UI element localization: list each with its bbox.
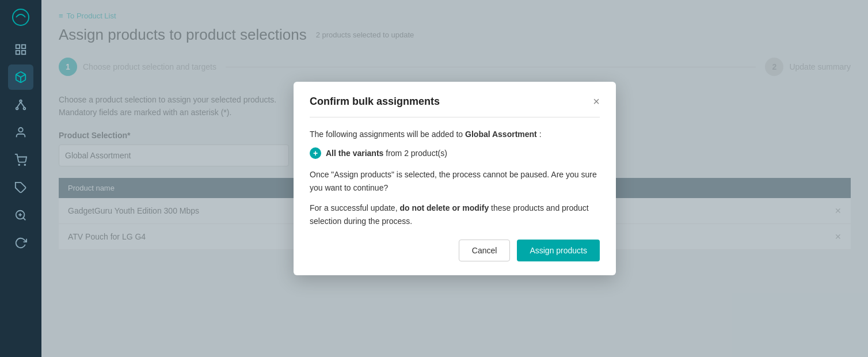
sidebar [0,0,41,357]
modal-assignment-item: + All the variants from 2 product(s) [310,147,600,160]
modal-divider [310,117,600,117]
plus-icon: + [310,147,321,159]
svg-rect-1 [16,45,20,48]
cart-icon[interactable] [8,147,33,173]
modal-item-text: All the variants from 2 product(s) [326,147,447,160]
modal-body: The following assignments will be added … [310,128,600,229]
modal-note: For a successful update, do not delete o… [310,202,600,228]
svg-rect-3 [16,51,20,54]
svg-line-9 [17,102,21,107]
confirm-modal: Confirm bulk assignments × The following… [294,82,616,276]
modal-warning: Once "Assign products" is selected, the … [310,168,600,195]
svg-point-13 [24,164,25,165]
main-content: ≡ To Product List Assign products to pro… [41,0,868,357]
svg-point-8 [24,108,26,110]
svg-rect-2 [22,45,25,48]
svg-point-6 [20,100,22,102]
dashboard-icon[interactable] [8,37,33,62]
modal-colon: : [537,130,542,139]
assign-products-button[interactable]: Assign products [517,240,600,261]
modal-note-prefix: For a successful update, [310,203,399,212]
modal-target: Global Assortment [465,130,537,139]
package-icon[interactable] [8,64,33,90]
svg-point-0 [13,9,29,25]
svg-point-11 [18,128,22,132]
modal-title: Confirm bulk assignments [310,96,440,108]
sidebar-logo [9,6,32,29]
modal-close-button[interactable]: × [593,96,600,107]
svg-point-12 [18,164,20,165]
user-icon[interactable] [8,120,33,145]
cancel-button[interactable]: Cancel [459,240,511,261]
sync-icon[interactable] [8,230,33,256]
svg-line-16 [23,218,25,220]
modal-footer: Cancel Assign products [310,240,600,261]
modal-item-suffix: from 2 product(s) [383,149,447,158]
modal-note-bold: do not delete or modify [399,203,489,212]
modal-item-bold: All the variants [326,149,383,158]
svg-line-10 [21,102,24,107]
analytics-icon[interactable] [8,203,33,228]
svg-point-7 [16,108,18,110]
modal-intro-text: The following assignments will be added … [310,130,465,139]
modal-header: Confirm bulk assignments × [310,96,600,108]
modal-overlay: Confirm bulk assignments × The following… [41,0,868,357]
nodes-icon[interactable] [8,92,33,117]
svg-rect-4 [22,51,25,54]
modal-assignment-title: The following assignments will be added … [310,128,600,141]
tag-icon[interactable] [8,175,33,200]
